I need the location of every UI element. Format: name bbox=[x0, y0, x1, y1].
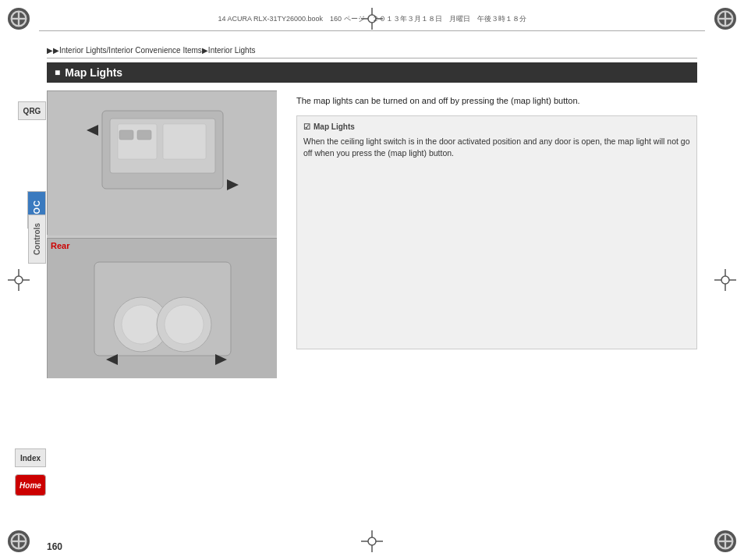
index-tab[interactable]: Index bbox=[15, 448, 46, 467]
qrg-tab[interactable]: QRG bbox=[18, 101, 46, 120]
svg-point-17 bbox=[368, 537, 376, 545]
section-heading: Map Lights bbox=[47, 62, 697, 83]
rear-interior-svg bbox=[48, 239, 277, 378]
home-tab[interactable]: Home bbox=[15, 474, 46, 496]
front-image-block: Front bbox=[47, 90, 277, 378]
left-column: Front bbox=[47, 90, 281, 378]
print-header: 14 ACURA RLX-31TY26000.book 160 ページ ２０１３… bbox=[39, 8, 705, 31]
svg-rect-35 bbox=[118, 124, 157, 159]
front-interior-svg bbox=[48, 91, 277, 236]
svg-rect-36 bbox=[163, 124, 206, 159]
note-box: Map Lights When the ceiling light switch… bbox=[296, 115, 697, 349]
svg-rect-38 bbox=[137, 130, 151, 140]
corner-circle-tr bbox=[714, 8, 736, 30]
corner-circle-br bbox=[714, 530, 736, 552]
controls-tab[interactable]: Controls bbox=[28, 214, 46, 264]
main-content: Map Lights Front bbox=[47, 62, 697, 533]
svg-rect-37 bbox=[119, 130, 133, 140]
svg-point-44 bbox=[122, 305, 161, 344]
front-image: Front bbox=[47, 90, 277, 235]
corner-circle-tl bbox=[8, 8, 30, 30]
rear-image: Rear bbox=[47, 238, 277, 378]
right-column: The map lights can be turned on and off … bbox=[296, 90, 697, 378]
breadcrumb: ▶▶Interior Lights/Interior Convenience I… bbox=[47, 43, 697, 58]
page-number: 160 bbox=[47, 541, 62, 552]
crosshair-bottom bbox=[361, 530, 383, 552]
note-title: Map Lights bbox=[303, 122, 690, 131]
description-text: The map lights can be turned on and off … bbox=[296, 94, 697, 108]
svg-point-27 bbox=[721, 276, 729, 284]
two-column-layout: Front bbox=[47, 90, 697, 378]
crosshair-right bbox=[714, 269, 736, 291]
rear-label: Rear bbox=[51, 241, 69, 250]
left-sidebar: QRG TOC Controls Index Home bbox=[6, 66, 49, 537]
note-text: When the ceiling light switch is in the … bbox=[303, 136, 690, 161]
svg-point-46 bbox=[165, 305, 204, 344]
